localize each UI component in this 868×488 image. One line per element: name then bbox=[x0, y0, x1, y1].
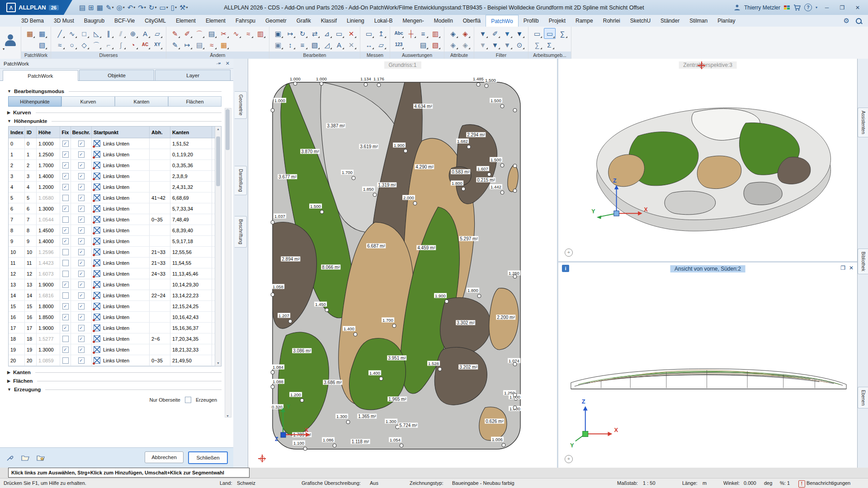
filter-x-icon[interactable]: ▼ bbox=[502, 40, 513, 50]
column-header-fix[interactable]: Fix bbox=[60, 127, 71, 138]
section-bearbeitungsmodus[interactable]: ▼Bearbeitungsmodus bbox=[7, 89, 222, 94]
hoehe-value[interactable]: 1.9000 bbox=[37, 279, 60, 290]
polygon-icon[interactable]: ◇ bbox=[79, 40, 90, 50]
viewport-front[interactable]: i Ansicht von vorne, Süden:2 ❐ ✕ bbox=[558, 263, 857, 468]
hoehe-value[interactable]: 1.4000 bbox=[37, 171, 60, 181]
span-icon[interactable]: ↔ bbox=[363, 40, 374, 50]
mode-kurven[interactable]: Kurven bbox=[61, 96, 115, 107]
menu-tab-profilb[interactable]: Profilb bbox=[519, 15, 544, 27]
hoehe-value[interactable]: 1.0544 bbox=[37, 214, 60, 225]
search-doc-icon[interactable]: ◎▾ bbox=[116, 3, 125, 12]
viewport-origin-icon[interactable] bbox=[258, 455, 266, 462]
plan-node[interactable] bbox=[487, 173, 491, 177]
minimize-button[interactable]: ─ bbox=[821, 5, 833, 11]
menu-tab-grafik[interactable]: Grafik bbox=[292, 15, 316, 27]
fix-checkbox[interactable]: ✓ bbox=[62, 325, 69, 331]
abc-anchor-icon[interactable]: ┼ bbox=[406, 28, 416, 38]
wave-edit-icon[interactable]: ≈ bbox=[243, 28, 254, 38]
menu-tab-projekt[interactable]: Projekt bbox=[544, 15, 571, 27]
plan-node[interactable] bbox=[462, 187, 466, 191]
allplan-logo[interactable]: Λ ALLPLAN 26 bbox=[0, 0, 72, 15]
viewport-grundriss[interactable]: Grundriss:1 bbox=[248, 59, 558, 468]
box-eval-icon[interactable]: ▧ bbox=[430, 40, 441, 50]
text-a-icon[interactable]: A bbox=[334, 40, 344, 50]
plan-node[interactable] bbox=[354, 333, 358, 337]
spline-icon[interactable]: ∿ bbox=[66, 28, 77, 38]
refresh-icon[interactable]: ↻▾ bbox=[148, 3, 157, 12]
startpunkt-cell[interactable]: Links Unten bbox=[92, 323, 150, 333]
beschr-checkbox[interactable]: ✓ bbox=[78, 238, 85, 244]
pin-icon[interactable]: 📌︎ bbox=[215, 60, 222, 67]
column-header-abh[interactable]: Abh. bbox=[150, 127, 170, 138]
grid-icon[interactable]: ⊞ bbox=[88, 3, 94, 12]
parallel-icon[interactable]: ∥ bbox=[103, 28, 114, 38]
hoehe-value[interactable]: 1.2500 bbox=[37, 149, 60, 160]
mirror-icon[interactable]: ⇄ bbox=[309, 28, 320, 38]
beschr-checkbox[interactable]: ✓ bbox=[78, 151, 85, 158]
notification-icon[interactable]: ! bbox=[798, 480, 805, 488]
user-name[interactable]: Thierry Metzler bbox=[744, 5, 780, 11]
arc-edit-icon[interactable]: ⌒ bbox=[194, 28, 205, 38]
maximize-button[interactable]: ❐ bbox=[836, 5, 848, 11]
fix-checkbox[interactable]: ✓ bbox=[62, 162, 69, 169]
beschr-checkbox[interactable]: ✓ bbox=[78, 216, 85, 223]
menu-tab-rampe[interactable]: Rampe bbox=[571, 15, 598, 27]
status-zeichnungstyp-value[interactable]: Baueingabe - Neubau farbig bbox=[452, 480, 514, 486]
startpunkt-cell[interactable]: Links Unten bbox=[92, 203, 150, 214]
abc-icon[interactable]: Abc bbox=[393, 28, 404, 38]
copy2-icon[interactable]: ▣ bbox=[273, 40, 283, 50]
wave-icon[interactable]: ≈ bbox=[54, 40, 65, 50]
table-row[interactable]: 18181.5277✓Links Unten2~617,20,34,35 bbox=[9, 333, 221, 344]
beschr-checkbox[interactable]: ✓ bbox=[78, 249, 85, 255]
palette-icon[interactable] bbox=[784, 5, 790, 9]
hoehe-value[interactable]: 1.2000 bbox=[37, 182, 60, 192]
pen-icon[interactable]: ✎ bbox=[170, 28, 180, 38]
hoehe-value[interactable]: 1.0580 bbox=[37, 192, 60, 203]
menu-tab-planlay[interactable]: Planlay bbox=[712, 15, 740, 27]
help-icon[interactable]: ? bbox=[804, 4, 812, 11]
menu-tab-element[interactable]: Element bbox=[171, 15, 201, 27]
plan-node[interactable] bbox=[476, 83, 481, 87]
column-edit-icon[interactable]: ▥ bbox=[255, 28, 266, 38]
plan-node[interactable] bbox=[445, 300, 449, 304]
plan-node[interactable] bbox=[513, 164, 517, 168]
beschr-checkbox[interactable]: ✓ bbox=[78, 336, 85, 342]
plan-node[interactable] bbox=[500, 104, 505, 108]
profile-avatar[interactable]: ▾ bbox=[0, 27, 21, 59]
status-winkel-value[interactable]: 0.000 bbox=[744, 480, 756, 486]
side-tab-geometrie[interactable]: Geometrie bbox=[235, 91, 247, 119]
menu-tab-oberfl-[interactable]: Oberflä bbox=[458, 15, 486, 27]
screen-icon[interactable]: ▭▾ bbox=[159, 3, 168, 12]
patchwork-section-icon[interactable]: ▧ bbox=[37, 40, 47, 50]
beschr-checkbox[interactable]: ✓ bbox=[78, 357, 85, 364]
side-tab-darstellung[interactable]: Darstellung bbox=[235, 166, 247, 195]
startpunkt-cell[interactable]: Links Unten bbox=[92, 236, 150, 246]
project-open-icon[interactable]: ▤ bbox=[79, 3, 86, 12]
menu-tab-klassif[interactable]: Klassif bbox=[316, 15, 342, 27]
table-row[interactable]: 551.0580✓Links Unten41~426,68,69 bbox=[9, 192, 221, 203]
section-flaechen[interactable]: ▶Flächen bbox=[7, 378, 222, 384]
plan-node[interactable] bbox=[333, 444, 337, 448]
startpunkt-cell[interactable]: Links Unten bbox=[92, 171, 150, 181]
tools-icon-dropdown[interactable]: ▾ bbox=[186, 6, 188, 9]
help-dropdown-icon[interactable]: ▾ bbox=[816, 5, 817, 9]
plan-node[interactable] bbox=[320, 210, 324, 214]
wave2-icon[interactable]: ≈ bbox=[206, 40, 217, 50]
side-tab-beschriftung[interactable]: Beschriftung bbox=[235, 216, 247, 248]
column-header-beschr[interactable]: Beschr. bbox=[71, 127, 92, 138]
eyedropper-icon[interactable] bbox=[5, 454, 14, 462]
screen-icon-dropdown[interactable]: ▾ bbox=[166, 6, 168, 9]
patchwork-film-icon[interactable]: ▦ bbox=[37, 28, 47, 38]
doc-edit-icon[interactable]: ✎▾ bbox=[105, 3, 114, 12]
hoehe-value[interactable]: 1.4500 bbox=[37, 225, 60, 235]
column-header-hhe[interactable]: Höhe bbox=[37, 127, 60, 138]
fix-checkbox[interactable] bbox=[62, 271, 69, 277]
viewport-perspektive[interactable]: Zentralperspektive:3 bbox=[558, 59, 857, 263]
workspace-icon[interactable]: ▭ bbox=[532, 28, 542, 38]
box3d-icon[interactable]: ▧ bbox=[309, 40, 320, 50]
plan-node[interactable] bbox=[346, 420, 350, 424]
ruler-up-icon[interactable]: ↥ bbox=[376, 28, 387, 38]
plan-node[interactable] bbox=[377, 83, 381, 87]
plan-node[interactable] bbox=[271, 108, 275, 113]
beschr-checkbox[interactable]: ✓ bbox=[78, 292, 85, 299]
